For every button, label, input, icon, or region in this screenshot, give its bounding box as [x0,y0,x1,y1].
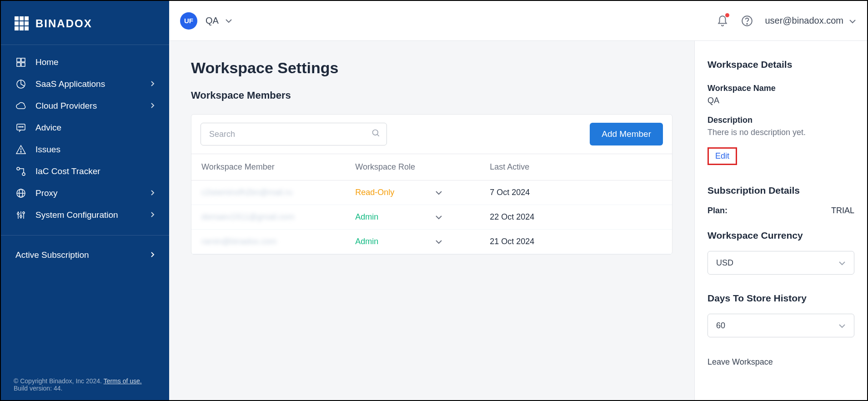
svg-point-31 [23,212,25,214]
currency-label: Workspace Currency [707,230,854,241]
last-active: 21 Oct 2024 [480,230,672,254]
brand-logo[interactable]: BINADOX [1,1,169,45]
chevron-down-icon [435,237,470,246]
plan-label: Plan: [707,206,728,216]
details-title: Workspace Details [707,59,854,70]
svg-point-33 [747,23,748,24]
workspace-name: QA [206,15,219,26]
sidebar-item-home[interactable]: Home [1,51,169,73]
svg-rect-2 [25,16,29,20]
sidebar-item-proxy[interactable]: Proxy [1,182,169,204]
chevron-down-icon [435,212,470,222]
svg-rect-12 [21,63,25,66]
svg-rect-10 [21,58,25,62]
desc-value: There is no description yet. [707,128,854,137]
sidebar-nav: Home SaaS Applications Cloud Providers A… [1,45,169,369]
members-table: Workspace Member Workspace Role Last Act… [191,154,672,254]
notifications-button[interactable] [716,14,729,28]
leave-workspace-link[interactable]: Leave Workspace [707,356,854,369]
member-email: demaev1911@gmail.com [201,212,294,221]
table-row: demaev1911@gmail.com Admin 22 Oct 2024 [191,205,672,230]
sidebar-item-label: Issues [35,145,60,155]
chat-icon [15,122,26,133]
sliders-icon [15,210,26,221]
sidebar-item-subscription[interactable]: Active Subscription [1,245,169,266]
sidebar-item-label: Cloud Providers [35,101,97,111]
member-email: ramin@binadox.com [201,237,276,246]
terms-link[interactable]: Terms of use. [104,377,142,385]
member-email: c2wwminxfh2bn@mail.ru [201,188,292,197]
search-input[interactable] [201,123,387,145]
svg-point-34 [373,130,378,135]
sidebar: BINADOX Home SaaS Applications Cloud Pro… [1,1,169,400]
svg-point-29 [17,213,19,215]
main-content: Workspace Settings Workspace Members Add… [169,41,694,400]
chevron-down-icon [838,258,846,268]
role-select[interactable]: Read-Only [355,188,470,197]
chevron-right-icon [150,80,155,88]
user-email: user@binadox.com [765,15,843,26]
add-member-button[interactable]: Add Member [590,123,663,145]
chevron-right-icon [150,211,155,219]
svg-rect-1 [20,16,24,20]
svg-point-15 [19,126,20,127]
col-member: Workspace Member [191,154,345,180]
svg-rect-11 [17,63,20,66]
sidebar-item-iac[interactable]: IaC Cost Tracker [1,160,169,182]
chevron-right-icon [150,102,155,110]
role-select[interactable]: Admin [355,212,470,222]
help-button[interactable] [740,14,754,28]
table-row: c2wwminxfh2bn@mail.ru Read-Only 7 Oct 20… [191,180,672,205]
chevron-down-icon [225,17,232,25]
desc-label: Description [707,115,854,125]
workspace-selector[interactable]: QA [206,15,232,26]
role-value: Admin [355,237,378,246]
svg-rect-8 [25,26,29,30]
plan-value: TRIAL [831,206,854,216]
svg-rect-3 [15,21,19,25]
search-icon [371,129,381,140]
members-card: Add Member Workspace Member Workspace Ro… [191,114,672,255]
chevron-right-icon [150,190,155,197]
svg-rect-4 [20,21,24,25]
notification-dot-icon [725,13,729,17]
logo-icon [15,16,29,31]
cloud-icon [15,100,26,111]
chevron-down-icon [435,188,470,197]
sidebar-item-label: IaC Cost Tracker [35,166,100,176]
sidebar-item-label: System Configuration [35,210,118,220]
name-value: QA [707,96,854,105]
svg-point-22 [22,173,25,175]
last-active: 22 Oct 2024 [480,205,672,230]
svg-line-35 [377,135,379,136]
svg-point-20 [20,151,21,152]
tracker-icon [15,166,26,177]
name-label: Workspace Name [707,84,854,93]
currency-select[interactable]: USD [707,251,854,275]
svg-rect-9 [17,58,20,62]
sidebar-item-cloud[interactable]: Cloud Providers [1,95,169,117]
sidebar-item-issues[interactable]: Issues [1,139,169,160]
sidebar-item-label: SaaS Applications [35,79,105,89]
last-active: 7 Oct 2024 [480,180,672,205]
history-select[interactable]: 60 [707,314,854,337]
globe-icon [15,188,26,199]
svg-rect-6 [15,26,19,30]
sidebar-item-advice[interactable]: Advice [1,117,169,139]
user-menu[interactable]: user@binadox.com [765,15,856,26]
svg-point-17 [22,126,23,127]
svg-rect-0 [15,16,19,20]
sidebar-item-config[interactable]: System Configuration [1,204,169,226]
role-select[interactable]: Admin [355,237,470,246]
warning-icon [15,144,26,155]
sidebar-item-saas[interactable]: SaaS Applications [1,73,169,95]
col-role: Workspace Role [345,154,480,180]
brand-name: BINADOX [35,17,92,30]
svg-point-16 [20,126,21,127]
edit-button[interactable]: Edit [707,147,737,165]
page-title: Workspace Settings [191,59,672,77]
chevron-down-icon [838,321,846,331]
role-value: Read-Only [355,188,394,197]
sidebar-footer: © Copyright Binadox, Inc 2024. Terms of … [1,369,169,400]
role-value: Admin [355,212,378,222]
